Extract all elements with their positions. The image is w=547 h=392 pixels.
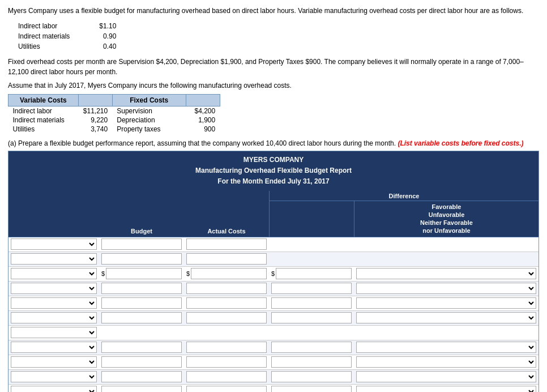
budget-input[interactable] (101, 297, 182, 309)
col-header-diff-label: Difference (270, 191, 539, 201)
row-diff-amount-cell (269, 243, 354, 245)
actual-input[interactable] (186, 238, 267, 250)
overhead-table: Indirect labor $1.10 Indirect materials … (17, 20, 117, 52)
budget-input[interactable] (101, 342, 182, 353)
diff-amount-input[interactable] (271, 342, 352, 353)
actual-input[interactable] (191, 268, 267, 279)
budget-input[interactable] (101, 253, 182, 265)
row-diff-amount-cell: $ (269, 267, 354, 280)
row-diff-type-cell: FavorableUnfavorableNeither Favorable no… (354, 311, 539, 325)
row-actual-cell: $ (184, 267, 269, 280)
row-budget-cell (99, 296, 184, 310)
row-name-select[interactable] (11, 268, 97, 279)
row-diff-type-cell (354, 243, 539, 245)
row-name-select[interactable] (11, 327, 97, 338)
row-name-select[interactable] (11, 283, 97, 294)
row-actual-cell (184, 296, 269, 310)
diff-type-select[interactable]: FavorableUnfavorableNeither Favorable no… (356, 386, 536, 392)
row-name-select[interactable] (11, 342, 97, 353)
row-name-select[interactable] (11, 371, 97, 382)
budget-input[interactable] (106, 268, 182, 279)
actual-input[interactable] (186, 312, 267, 323)
row-budget-cell (99, 370, 184, 384)
diff-type-select[interactable]: FavorableUnfavorableNeither Favorable no… (356, 297, 536, 309)
row-budget-cell (99, 355, 184, 369)
row-name-cell (8, 385, 99, 392)
row-diff-amount-cell (269, 370, 354, 384)
overhead-row: Utilities 0.40 (18, 42, 116, 51)
diff-amount-input[interactable] (271, 283, 352, 294)
report-title-1: MYERS COMPANY (11, 155, 536, 165)
actual-input[interactable] (186, 356, 267, 368)
report-col-headers: Budget Actual Costs Difference Favorable… (8, 191, 539, 237)
row-name-select[interactable] (11, 312, 97, 323)
diff-amount-input[interactable] (271, 297, 352, 309)
var-val: $11,210 (78, 106, 112, 116)
row-actual-cell (184, 340, 269, 354)
budget-input[interactable] (101, 312, 182, 323)
actual-input[interactable] (186, 371, 267, 382)
diff-type-select[interactable]: FavorableUnfavorableNeither Favorable no… (356, 268, 536, 279)
dollar-sign: $ (101, 270, 105, 277)
actual-dollar-wrap: $ (186, 268, 267, 279)
col-header-budget: Budget (99, 191, 184, 237)
var-costs-spacer (78, 95, 112, 106)
row-name-cell (8, 355, 99, 369)
fix-val: 900 (186, 125, 220, 134)
report-data-row: FavorableUnfavorableNeither Favorable no… (8, 370, 539, 385)
row-diff-type-cell: FavorableUnfavorableNeither Favorable no… (354, 385, 539, 392)
row-name-select[interactable] (11, 253, 97, 265)
overhead-row: Indirect labor $1.10 (18, 22, 116, 31)
overhead-label: Indirect materials (18, 32, 87, 41)
row-name-select[interactable] (11, 356, 97, 368)
col-header-actual: Actual Costs (184, 191, 269, 237)
budget-dollar-wrap: $ (101, 268, 182, 279)
actual-input[interactable] (186, 297, 267, 309)
budget-input[interactable] (101, 283, 182, 294)
row-budget-cell (99, 237, 184, 251)
var-label: Utilities (8, 125, 79, 134)
budget-input[interactable] (101, 356, 182, 368)
budget-input[interactable] (101, 238, 182, 250)
row-name-cell (8, 267, 99, 280)
var-costs-header: Variable Costs (8, 95, 79, 106)
row-name-select[interactable] (11, 238, 97, 250)
diff-amount-input[interactable] (271, 386, 352, 392)
fix-costs-spacer (186, 95, 220, 106)
row-budget-cell (99, 340, 184, 354)
actual-input[interactable] (186, 253, 267, 265)
diff-amount-input[interactable] (276, 268, 352, 279)
report-title-2: Manufacturing Overhead Flexible Budget R… (11, 165, 536, 176)
diff-type-select[interactable]: FavorableUnfavorableNeither Favorable no… (356, 342, 536, 353)
col-header-diff-outer: Difference Favorable Unfavorable Neither… (269, 191, 539, 237)
actual-input[interactable] (186, 283, 267, 294)
row-name-cell (8, 370, 99, 384)
budget-input[interactable] (101, 386, 182, 392)
row-name-cell (8, 311, 99, 325)
row-name-select[interactable] (11, 386, 97, 392)
report-data-row: $$$FavorableUnfavorableNeither Favorable… (8, 267, 539, 282)
costs-row: Indirect materials 9,220 Depreciation 1,… (8, 116, 220, 125)
actual-input[interactable] (186, 386, 267, 392)
diff-type-select[interactable]: FavorableUnfavorableNeither Favorable no… (356, 356, 536, 368)
part-a-label: (a) Prepare a flexible budget performanc… (8, 139, 539, 147)
actual-input[interactable] (186, 342, 267, 353)
overhead-label: Indirect labor (18, 22, 87, 31)
fix-label: Supervision (112, 106, 186, 116)
fix-val: 1,900 (186, 116, 220, 125)
row-name-select[interactable] (11, 297, 97, 309)
row-diff-type-cell: FavorableUnfavorableNeither Favorable no… (354, 267, 539, 280)
report-data-row: FavorableUnfavorableNeither Favorable no… (8, 296, 539, 311)
diff-amount-input[interactable] (271, 371, 352, 382)
costs-table: Variable Costs Fixed Costs Indirect labo… (8, 94, 220, 134)
diff-type-select[interactable]: FavorableUnfavorableNeither Favorable no… (356, 371, 536, 382)
diff-amount-input[interactable] (271, 356, 352, 368)
diff-type-select[interactable]: FavorableUnfavorableNeither Favorable no… (356, 312, 536, 323)
row-actual-cell (184, 370, 269, 384)
diff-amount-input[interactable] (271, 312, 352, 323)
row-budget-cell (99, 252, 184, 266)
var-val: 3,740 (78, 125, 112, 134)
budget-input[interactable] (101, 371, 182, 382)
diff-type-select[interactable]: FavorableUnfavorableNeither Favorable no… (356, 283, 536, 294)
row-budget-cell (99, 311, 184, 325)
